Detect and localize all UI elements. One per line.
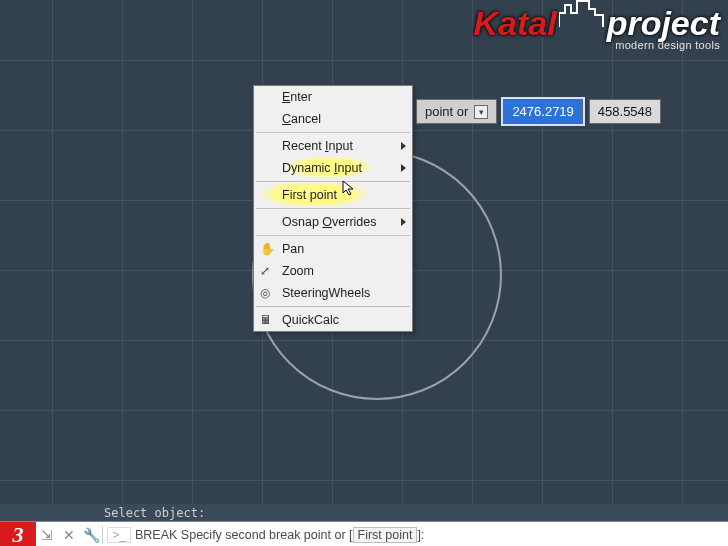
- command-option[interactable]: First point: [353, 527, 418, 543]
- menu-enter[interactable]: Enter: [254, 86, 412, 108]
- menu-separator: [256, 235, 410, 236]
- pin-icon[interactable]: ⇲: [36, 522, 58, 546]
- command-name: BREAK: [135, 528, 177, 542]
- menu-separator: [256, 208, 410, 209]
- command-area: Select object: 3 ⇲ ✕ 🔧 >_ BREAK Specify …: [0, 504, 728, 546]
- submenu-arrow-icon: [401, 164, 406, 172]
- menu-separator: [256, 306, 410, 307]
- menu-pan[interactable]: ✋Pan: [254, 238, 412, 260]
- brand-logo: Katal project modern design tools: [474, 4, 721, 51]
- prompt-fragment: point or: [425, 104, 468, 119]
- tutorial-step-badge: 3: [0, 522, 36, 546]
- logo-text-katal: Katal: [474, 4, 557, 43]
- menu-separator: [256, 132, 410, 133]
- context-menu: Enter Cancel Recent Input Dynamic Input …: [253, 85, 413, 332]
- menu-first-point[interactable]: First point: [254, 184, 412, 206]
- menu-recent-input[interactable]: Recent Input: [254, 135, 412, 157]
- menu-steering-wheels[interactable]: ◎SteeringWheels: [254, 282, 412, 304]
- menu-zoom[interactable]: ⤢Zoom: [254, 260, 412, 282]
- menu-osnap-overrides[interactable]: Osnap Overrides: [254, 211, 412, 233]
- skyline-icon: [559, 0, 607, 37]
- command-line[interactable]: 3 ⇲ ✕ 🔧 >_ BREAK Specify second break po…: [0, 521, 728, 546]
- dynamic-input-prompt: point or ▾: [416, 99, 497, 124]
- dropdown-icon[interactable]: ▾: [474, 105, 488, 119]
- submenu-arrow-icon: [401, 142, 406, 150]
- zoom-icon: ⤢: [260, 264, 270, 278]
- menu-cancel[interactable]: Cancel: [254, 108, 412, 130]
- customize-icon[interactable]: 🔧: [80, 522, 102, 546]
- dynamic-input-bar: point or ▾ 2476.2719 458.5548: [416, 99, 661, 124]
- coord-x-input[interactable]: 2476.2719: [503, 99, 582, 124]
- separator: [102, 526, 103, 544]
- menu-dynamic-input[interactable]: Dynamic Input: [254, 157, 412, 179]
- calculator-icon: 🖩: [260, 313, 272, 327]
- close-icon[interactable]: ✕: [58, 522, 80, 546]
- menu-quickcalc[interactable]: 🖩QuickCalc: [254, 309, 412, 331]
- command-prompt-icon[interactable]: >_: [107, 527, 131, 543]
- coord-y-input[interactable]: 458.5548: [589, 99, 661, 124]
- pan-icon: ✋: [260, 242, 275, 256]
- steering-wheel-icon: ◎: [260, 286, 270, 300]
- command-history: Select object:: [0, 504, 728, 521]
- submenu-arrow-icon: [401, 218, 406, 226]
- menu-separator: [256, 181, 410, 182]
- logo-text-project: project: [607, 4, 720, 43]
- command-text: BREAK Specify second break point or [Fir…: [135, 528, 424, 542]
